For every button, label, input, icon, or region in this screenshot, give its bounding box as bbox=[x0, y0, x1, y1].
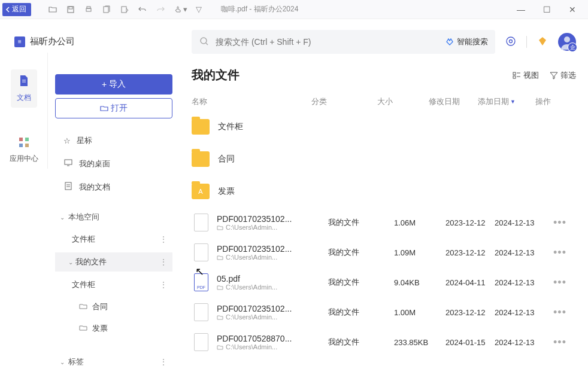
file-added: 2024-12-13 bbox=[495, 338, 547, 347]
maximize-button[interactable]: ☐ bbox=[543, 5, 551, 14]
undo-icon[interactable] bbox=[138, 5, 147, 14]
file-category: 我的文件 bbox=[328, 277, 394, 288]
toolbar-quick-icons: ▾ ▽ bbox=[48, 5, 202, 14]
desktop-icon bbox=[63, 158, 73, 169]
tree-contract[interactable]: 合同 bbox=[55, 298, 172, 316]
app-logo-icon: ≡ bbox=[14, 36, 25, 47]
tags-section[interactable]: ⌄ 标签 ⋮ bbox=[55, 353, 172, 371]
col-name[interactable]: 名称 bbox=[192, 96, 311, 107]
user-avatar[interactable] bbox=[558, 33, 576, 51]
open-folder-icon[interactable] bbox=[48, 5, 57, 14]
svg-rect-5 bbox=[122, 7, 126, 13]
copy-icon[interactable] bbox=[102, 5, 111, 14]
file-added: 2024-12-13 bbox=[495, 308, 547, 317]
file-name: 05.pdf bbox=[217, 274, 328, 284]
file-name: PDF00170528870... bbox=[217, 334, 328, 343]
diamond-icon[interactable] bbox=[537, 35, 548, 49]
filter-icon bbox=[550, 71, 558, 80]
folder-icon bbox=[192, 119, 210, 135]
file-row[interactable]: PDF00170235102... C:\Users\Admin... 我的文件… bbox=[192, 297, 576, 327]
svg-point-12 bbox=[201, 38, 207, 44]
file-path: C:\Users\Admin... bbox=[217, 343, 328, 351]
col-modified[interactable]: 修改日期 bbox=[429, 96, 478, 107]
file-row[interactable]: PDF00170235102... C:\Users\Admin... 我的文件… bbox=[192, 237, 576, 267]
tree-my-files[interactable]: ⌄ 我的文件 ⋮ bbox=[55, 252, 172, 272]
search-box[interactable]: 智能搜索 bbox=[192, 30, 495, 54]
file-size: 1.00M bbox=[394, 308, 445, 317]
star-label: 星标 bbox=[77, 135, 92, 146]
file-path: C:\Users\Admin... bbox=[217, 254, 328, 261]
close-button[interactable]: ✕ bbox=[569, 5, 576, 14]
file-more-button[interactable]: ••• bbox=[553, 217, 566, 228]
file-modified: 2023-12-12 bbox=[445, 218, 495, 227]
file-modified: 2023-12-12 bbox=[445, 308, 495, 317]
col-category[interactable]: 分类 bbox=[311, 96, 377, 107]
settings-icon[interactable] bbox=[505, 35, 517, 49]
svg-rect-1 bbox=[69, 7, 72, 9]
smart-search-button[interactable]: 智能搜索 bbox=[445, 36, 488, 47]
file-more-button[interactable]: ••• bbox=[553, 306, 566, 318]
file-more-button[interactable]: ••• bbox=[553, 336, 566, 348]
star-link[interactable]: ☆星标 bbox=[55, 132, 172, 150]
export-icon[interactable] bbox=[120, 5, 129, 14]
folder-row[interactable]: 文件柜 bbox=[192, 111, 576, 143]
col-size[interactable]: 大小 bbox=[377, 96, 429, 107]
desktop-link[interactable]: 我的桌面 bbox=[55, 154, 172, 173]
file-row[interactable]: PDF00170235102... C:\Users\Admin... 我的文件… bbox=[192, 208, 576, 237]
document-icon bbox=[17, 74, 31, 90]
file-icon bbox=[194, 243, 208, 261]
svg-rect-16 bbox=[513, 72, 516, 75]
file-more-button[interactable]: ••• bbox=[553, 276, 566, 288]
print-icon[interactable] bbox=[84, 5, 93, 14]
folder-row[interactable]: 合同 bbox=[192, 143, 576, 175]
more-icon[interactable]: ⋮ bbox=[159, 234, 168, 244]
tree-contract-label: 合同 bbox=[92, 301, 108, 312]
file-category: 我的文件 bbox=[328, 247, 394, 258]
file-row[interactable]: PDF 05.pdf C:\Users\Admin... 我的文件 9.04KB… bbox=[192, 267, 576, 297]
back-label: 返回 bbox=[12, 4, 26, 14]
open-icon bbox=[100, 104, 108, 112]
import-label: 导入 bbox=[109, 79, 126, 90]
tree-cabinet-2[interactable]: 文件柜 ⋮ bbox=[55, 275, 172, 294]
col-added[interactable]: 添加日期▼ bbox=[478, 96, 531, 107]
star-icon: ☆ bbox=[63, 136, 71, 145]
local-space-section[interactable]: ⌄ 本地空间 bbox=[55, 208, 172, 226]
nav-documents[interactable]: 文档 bbox=[11, 69, 37, 108]
save-icon[interactable] bbox=[66, 5, 75, 14]
desktop-label: 我的桌面 bbox=[79, 159, 110, 169]
tree-invoice[interactable]: 发票 bbox=[55, 319, 172, 337]
open-button[interactable]: 打开 bbox=[55, 98, 172, 118]
folder-row[interactable]: A 发票 bbox=[192, 175, 576, 208]
svg-rect-4 bbox=[104, 7, 108, 13]
file-row[interactable]: PDF00170528870... C:\Users\Admin... 我的文件… bbox=[192, 327, 576, 357]
view-label: 视图 bbox=[523, 70, 539, 81]
tags-label: 标签 bbox=[68, 356, 84, 367]
back-button[interactable]: 返回 bbox=[2, 3, 31, 16]
tree-cabinet[interactable]: 文件柜 ⋮ bbox=[55, 230, 172, 249]
touch-icon[interactable]: ▾ bbox=[174, 5, 187, 14]
import-button[interactable]: + 导入 bbox=[55, 74, 172, 95]
more-icon[interactable]: ⋮ bbox=[159, 280, 168, 289]
back-arrow-icon bbox=[5, 6, 12, 13]
nav-app-center[interactable]: 应用中心 bbox=[4, 132, 44, 169]
filter-button[interactable]: 筛选 bbox=[550, 70, 576, 81]
svg-point-13 bbox=[507, 37, 515, 45]
dropdown-icon[interactable]: ▽ bbox=[196, 5, 202, 14]
file-modified: 2024-01-15 bbox=[445, 338, 495, 347]
view-button[interactable]: 视图 bbox=[513, 70, 539, 81]
file-more-button[interactable]: ••• bbox=[553, 246, 566, 258]
folder-icon bbox=[192, 151, 210, 167]
file-path: C:\Users\Admin... bbox=[217, 313, 328, 321]
mydocs-link[interactable]: 我的文档 bbox=[55, 178, 172, 196]
file-category: 我的文件 bbox=[328, 217, 394, 228]
grid-icon bbox=[18, 136, 30, 151]
more-icon[interactable]: ⋮ bbox=[159, 257, 168, 267]
more-icon[interactable]: ⋮ bbox=[159, 357, 168, 367]
file-icon bbox=[194, 333, 208, 351]
file-added: 2024-12-13 bbox=[495, 278, 547, 287]
tree-my-files-label: 我的文件 bbox=[75, 257, 107, 267]
minimize-button[interactable]: — bbox=[517, 5, 525, 14]
file-path: C:\Users\Admin... bbox=[217, 224, 328, 231]
search-input[interactable] bbox=[216, 37, 439, 47]
redo-icon[interactable] bbox=[156, 5, 165, 14]
